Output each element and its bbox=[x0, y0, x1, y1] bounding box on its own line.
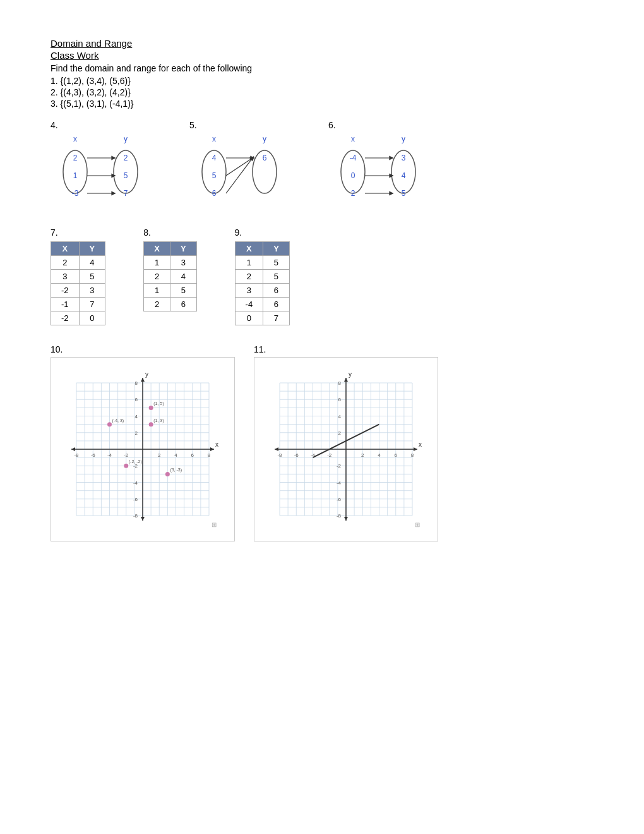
table-row: 26 bbox=[144, 298, 196, 311]
svg-text:8: 8 bbox=[208, 452, 211, 458]
svg-text:⊞: ⊞ bbox=[212, 521, 217, 528]
svg-text:(3, -3): (3, -3) bbox=[170, 468, 182, 473]
table-row: 24 bbox=[51, 256, 105, 270]
data-point bbox=[149, 422, 153, 426]
table-row: 13 bbox=[144, 256, 196, 270]
graph-svg: -8-8-6-6-4-4-2-222446688xy(1, 5)(1, 3)(-… bbox=[51, 358, 234, 541]
table-cell: 0 bbox=[79, 311, 105, 325]
table-cell: 4 bbox=[170, 270, 196, 284]
table-header: X bbox=[144, 242, 170, 256]
table-cell: -2 bbox=[51, 284, 80, 298]
data-point bbox=[165, 472, 170, 476]
svg-text:x: x bbox=[215, 441, 218, 448]
svg-text:4: 4 bbox=[402, 171, 406, 180]
mapping-diagram: xy-402345 bbox=[328, 133, 429, 208]
table-cell: 2 bbox=[144, 298, 170, 311]
svg-text:2: 2 bbox=[361, 452, 364, 458]
mapping-diagram: xy4566 bbox=[189, 133, 290, 208]
svg-text:4: 4 bbox=[174, 452, 177, 458]
table-row: -46 bbox=[235, 298, 289, 311]
svg-text:x: x bbox=[73, 135, 77, 143]
svg-text:y: y bbox=[349, 371, 352, 378]
table-cell: 7 bbox=[263, 311, 290, 325]
svg-text:-8: -8 bbox=[337, 513, 342, 519]
table-cell: 6 bbox=[263, 284, 290, 298]
svg-text:-6: -6 bbox=[294, 452, 299, 458]
svg-text:5: 5 bbox=[212, 171, 217, 180]
table-number: 9. bbox=[235, 227, 242, 238]
svg-text:2: 2 bbox=[135, 430, 138, 436]
table-cell: 3 bbox=[79, 284, 105, 298]
problem-line: 1. {(1,2), (3,4), (5,6)} bbox=[51, 76, 593, 86]
title: Domain and Range bbox=[51, 38, 593, 49]
table-cell: 1 bbox=[144, 256, 170, 270]
problem-line: 3. {(5,1), (3,1), (-4,1)} bbox=[51, 99, 593, 109]
svg-text:1: 1 bbox=[73, 171, 78, 180]
svg-marker-74 bbox=[71, 447, 75, 451]
table-cell: 7 bbox=[79, 298, 105, 311]
svg-text:x: x bbox=[419, 441, 422, 448]
table-cell: 0 bbox=[235, 311, 263, 325]
graph-container: -8-8-6-6-4-4-2-222446688xy⊞ bbox=[254, 357, 438, 541]
table-cell: 4 bbox=[79, 256, 105, 270]
svg-text:4: 4 bbox=[338, 414, 342, 420]
svg-text:-4: -4 bbox=[350, 154, 357, 162]
svg-text:4: 4 bbox=[378, 452, 381, 458]
data-table: XY2435-23-17-20 bbox=[51, 241, 105, 325]
svg-text:8: 8 bbox=[411, 452, 414, 458]
svg-marker-139 bbox=[344, 378, 348, 382]
svg-text:-8: -8 bbox=[277, 452, 282, 458]
svg-text:y: y bbox=[263, 135, 266, 143]
svg-text:-2: -2 bbox=[327, 452, 332, 458]
svg-marker-76 bbox=[141, 517, 145, 521]
svg-text:(1, 3): (1, 3) bbox=[153, 418, 164, 423]
svg-marker-75 bbox=[141, 378, 145, 382]
svg-text:8: 8 bbox=[338, 380, 342, 386]
svg-text:7: 7 bbox=[124, 189, 128, 198]
mapping-item: 6.xy-402345 bbox=[328, 120, 429, 208]
svg-text:-2: -2 bbox=[124, 452, 129, 458]
svg-text:(-4, 3): (-4, 3) bbox=[112, 418, 124, 423]
table-row: -20 bbox=[51, 311, 105, 325]
svg-text:4: 4 bbox=[135, 414, 138, 420]
svg-text:6: 6 bbox=[191, 452, 194, 458]
data-point bbox=[107, 422, 112, 426]
svg-text:-6: -6 bbox=[337, 497, 342, 502]
subtitle: Class Work bbox=[51, 50, 593, 61]
svg-text:-6: -6 bbox=[91, 452, 96, 458]
table-cell: 6 bbox=[170, 298, 196, 311]
table-row: 24 bbox=[144, 270, 196, 284]
svg-text:4: 4 bbox=[212, 154, 217, 162]
svg-text:y: y bbox=[145, 371, 148, 378]
table-cell: 1 bbox=[235, 256, 263, 270]
svg-text:-2: -2 bbox=[337, 463, 342, 469]
svg-text:-8: -8 bbox=[74, 452, 79, 458]
table-cell: 5 bbox=[170, 284, 196, 298]
svg-text:6: 6 bbox=[212, 189, 217, 198]
svg-text:2: 2 bbox=[338, 430, 342, 436]
svg-text:-4: -4 bbox=[107, 452, 112, 458]
svg-text:x: x bbox=[212, 135, 216, 143]
graph-item: 10.-8-8-6-6-4-4-2-222446688xy(1, 5)(1, 3… bbox=[51, 344, 235, 541]
table-row: 15 bbox=[144, 284, 196, 298]
table-header: Y bbox=[170, 242, 196, 256]
data-point bbox=[124, 464, 128, 468]
svg-text:6: 6 bbox=[338, 397, 342, 402]
table-cell: 6 bbox=[263, 298, 290, 311]
table-header: X bbox=[235, 242, 263, 256]
svg-text:x: x bbox=[351, 135, 355, 143]
table-cell: 5 bbox=[263, 256, 290, 270]
svg-text:5: 5 bbox=[402, 189, 406, 198]
svg-text:(1, 5): (1, 5) bbox=[153, 401, 164, 406]
table-cell: 3 bbox=[170, 256, 196, 270]
svg-marker-73 bbox=[210, 447, 214, 451]
instructions: Find the domain and range for each of th… bbox=[51, 63, 593, 73]
data-table: XY13241526 bbox=[143, 241, 196, 311]
table-cell: -1 bbox=[51, 298, 80, 311]
table-row: 35 bbox=[51, 270, 105, 284]
table-cell: 5 bbox=[79, 270, 105, 284]
graph-svg: -8-8-6-6-4-4-2-222446688xy⊞ bbox=[254, 358, 438, 541]
data-table: XY152536-4607 bbox=[235, 241, 290, 325]
svg-text:2: 2 bbox=[73, 154, 78, 162]
table-header: Y bbox=[79, 242, 105, 256]
